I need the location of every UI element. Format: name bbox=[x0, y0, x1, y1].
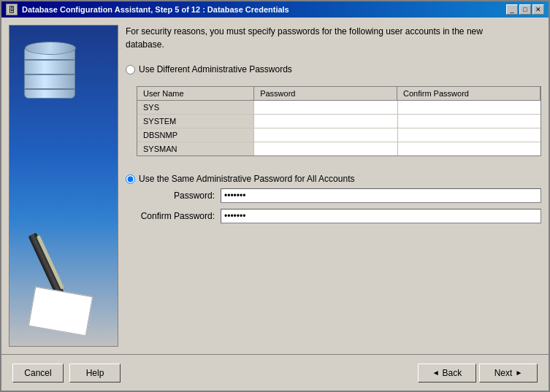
footer-left-buttons: Cancel Help bbox=[12, 364, 121, 383]
pen-clip bbox=[37, 235, 64, 290]
next-button[interactable]: Next ► bbox=[479, 364, 538, 383]
main-content: For security reasons, you must specify p… bbox=[1, 18, 549, 354]
next-arrow-icon: ► bbox=[515, 369, 522, 377]
help-button[interactable]: Help bbox=[69, 364, 121, 383]
title-bar: 🗄 Database Configuration Assistant, Step… bbox=[1, 1, 549, 18]
footer-right-buttons: ◄ Back Next ► bbox=[418, 364, 538, 383]
minimize-button[interactable]: _ bbox=[506, 4, 518, 15]
title-buttons: _ □ ✕ bbox=[506, 4, 544, 15]
confirm-password-label: Confirm Password: bbox=[137, 211, 221, 221]
table-row: SYS bbox=[137, 101, 541, 115]
cell-dbsnmp-name: DBSNMP bbox=[137, 128, 254, 142]
maximize-button[interactable]: □ bbox=[519, 4, 531, 15]
paper-illustration bbox=[28, 286, 93, 336]
cancel-button[interactable]: Cancel bbox=[12, 364, 64, 383]
window-body: For security reasons, you must specify p… bbox=[1, 18, 549, 391]
different-passwords-radio[interactable] bbox=[126, 65, 135, 74]
same-password-label[interactable]: Use the Same Administrative Password for… bbox=[139, 174, 354, 184]
password-input[interactable] bbox=[221, 188, 541, 203]
cell-dbsnmp-confirm[interactable] bbox=[398, 128, 541, 142]
password-row: Password: bbox=[137, 188, 541, 203]
barrel-line-3 bbox=[25, 88, 75, 90]
main-window: 🗄 Database Configuration Assistant, Step… bbox=[0, 0, 550, 392]
app-icon: 🗄 bbox=[6, 4, 18, 15]
cell-sysman-password[interactable] bbox=[254, 142, 397, 155]
barrel-top bbox=[25, 42, 76, 55]
title-bar-left: 🗄 Database Configuration Assistant, Step… bbox=[6, 4, 289, 15]
cell-sys-password[interactable] bbox=[254, 101, 397, 114]
confirm-password-row: Confirm Password: bbox=[137, 209, 541, 223]
cell-sysman-confirm[interactable] bbox=[398, 142, 541, 155]
cell-dbsnmp-password[interactable] bbox=[254, 128, 397, 142]
same-password-section: Use the Same Administrative Password for… bbox=[126, 174, 541, 229]
cell-sys-name: SYS bbox=[137, 101, 254, 114]
barrel-line-1 bbox=[25, 59, 75, 61]
barrel-line-2 bbox=[25, 74, 75, 75]
password-label: Password: bbox=[137, 191, 221, 201]
different-passwords-option: Use Different Administrative Passwords bbox=[126, 64, 541, 74]
back-arrow-icon: ◄ bbox=[432, 369, 440, 377]
barrel-illustration bbox=[24, 47, 75, 113]
cell-sys-confirm[interactable] bbox=[398, 101, 541, 114]
description-text: For security reasons, you must specify p… bbox=[126, 25, 541, 51]
table-header: User Name Password Confirm Password bbox=[137, 87, 541, 101]
table-row: SYSTEM bbox=[137, 115, 541, 128]
different-passwords-label[interactable]: Use Different Administrative Passwords bbox=[139, 64, 292, 74]
barrel-body bbox=[24, 47, 75, 99]
table-row: SYSMAN bbox=[137, 142, 541, 155]
col-username: User Name bbox=[137, 87, 254, 100]
left-panel bbox=[9, 25, 118, 347]
back-button[interactable]: ◄ Back bbox=[418, 364, 476, 383]
right-panel: For security reasons, you must specify p… bbox=[126, 25, 541, 347]
same-password-option: Use the Same Administrative Password for… bbox=[126, 174, 541, 184]
col-confirm: Confirm Password bbox=[397, 87, 541, 100]
table-row: DBSNMP bbox=[137, 128, 541, 142]
close-button[interactable]: ✕ bbox=[532, 4, 544, 15]
cell-system-name: SYSTEM bbox=[137, 115, 254, 128]
cell-system-confirm[interactable] bbox=[398, 115, 541, 128]
cell-sysman-name: SYSMAN bbox=[137, 142, 254, 155]
confirm-password-input[interactable] bbox=[221, 209, 541, 223]
same-password-radio[interactable] bbox=[126, 174, 135, 184]
desc-line1: For security reasons, you must specify p… bbox=[126, 26, 483, 36]
desc-line2: database. bbox=[126, 39, 164, 50]
footer: Cancel Help ◄ Back Next ► bbox=[1, 354, 549, 391]
col-password: Password bbox=[254, 87, 397, 100]
window-title: Database Configuration Assistant, Step 5… bbox=[22, 5, 289, 14]
next-label: Next bbox=[494, 368, 513, 378]
back-label: Back bbox=[443, 368, 462, 378]
credentials-table: User Name Password Confirm Password SYS … bbox=[137, 86, 541, 156]
cell-system-password[interactable] bbox=[254, 115, 397, 128]
